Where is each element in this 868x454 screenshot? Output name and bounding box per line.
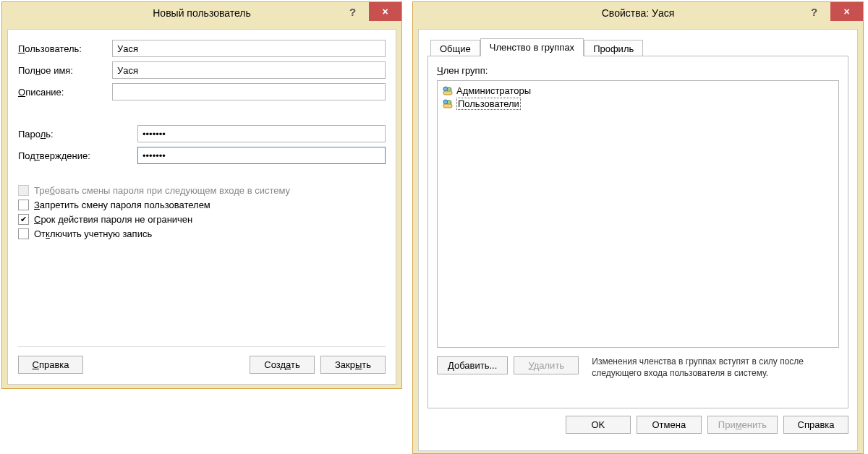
help-icon[interactable]: ? bbox=[798, 2, 830, 21]
group-icon bbox=[442, 85, 454, 96]
groups-listbox[interactable]: Администраторы Пользователи bbox=[437, 80, 839, 348]
list-item[interactable]: Пользователи bbox=[442, 97, 834, 110]
close-icon[interactable]: × bbox=[369, 2, 401, 21]
password-input[interactable] bbox=[137, 125, 386, 142]
groups-label: Член групп: bbox=[437, 65, 839, 76]
create-button[interactable]: Создать bbox=[250, 356, 315, 374]
remove-button[interactable]: Удалить bbox=[514, 356, 579, 374]
deny-change-checkbox[interactable]: Запретить смену пароля пользователем bbox=[18, 200, 386, 210]
ok-button[interactable]: OK bbox=[566, 416, 631, 434]
password-label: Пароль: bbox=[18, 129, 137, 140]
disable-account-checkbox[interactable]: Отключить учетную запись bbox=[18, 228, 386, 239]
list-item-label: Пользователи bbox=[456, 98, 521, 110]
titlebar[interactable]: Свойства: Уася ? × bbox=[413, 2, 863, 24]
svg-rect-5 bbox=[443, 104, 452, 108]
help-icon[interactable]: ? bbox=[336, 2, 369, 21]
help-button[interactable]: Справка bbox=[783, 416, 848, 434]
tab-strip: Общие Членство в группах Профиль bbox=[427, 38, 848, 56]
list-item-label: Администраторы bbox=[456, 85, 531, 96]
fullname-input[interactable] bbox=[112, 61, 386, 79]
description-label: Описание: bbox=[18, 87, 112, 98]
description-input[interactable] bbox=[112, 83, 386, 100]
new-user-dialog: Новый пользователь ? × Пользователь: Пол… bbox=[1, 1, 402, 389]
dialog-title: Свойства: Уася bbox=[413, 7, 863, 19]
tab-panel: Член групп: Администраторы Пользователи bbox=[427, 56, 848, 408]
fullname-label: Полное имя: bbox=[18, 65, 112, 76]
close-button[interactable]: Закрыть bbox=[320, 356, 386, 374]
confirm-label: Подтверждение: bbox=[18, 150, 137, 161]
membership-note: Изменения членства в группах вступят в с… bbox=[592, 356, 839, 379]
list-item[interactable]: Администраторы bbox=[442, 84, 834, 97]
properties-dialog: Свойства: Уася ? × Общие Членство в груп… bbox=[412, 1, 864, 454]
group-icon bbox=[442, 98, 454, 109]
add-button[interactable]: Добавить... bbox=[437, 356, 508, 374]
user-label: Пользователь: bbox=[18, 43, 112, 54]
titlebar[interactable]: Новый пользователь ? × bbox=[2, 2, 401, 24]
confirm-input[interactable] bbox=[137, 147, 386, 164]
close-icon[interactable]: × bbox=[830, 2, 863, 21]
apply-button[interactable]: Применить bbox=[707, 416, 778, 434]
tab-membership[interactable]: Членство в группах bbox=[480, 38, 584, 56]
cancel-button[interactable]: Отмена bbox=[637, 416, 702, 434]
require-change-checkbox: Требовать смены пароля при следующем вхо… bbox=[18, 185, 386, 196]
help-button[interactable]: Справка bbox=[18, 356, 83, 374]
user-input[interactable] bbox=[112, 40, 386, 57]
never-expire-checkbox[interactable]: Срок действия пароля не ограничен bbox=[18, 214, 386, 225]
svg-rect-2 bbox=[443, 91, 452, 95]
